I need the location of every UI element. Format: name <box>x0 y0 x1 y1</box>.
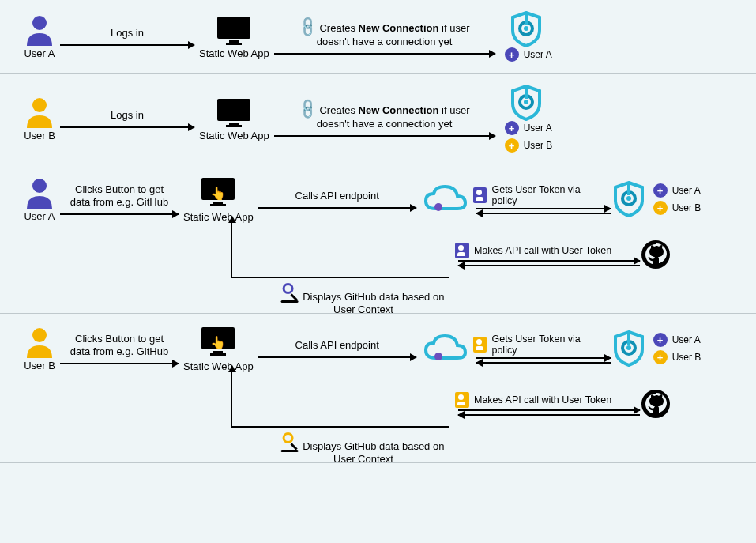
swa-label: Static Web App <box>199 47 269 59</box>
swa-node: 👆 Static Web App <box>183 175 254 223</box>
plus-icon: + <box>653 350 668 364</box>
monitor-icon <box>215 96 253 128</box>
panel-api-user-a: User A Clicks Button to get data from e.… <box>0 164 756 314</box>
user-a-label: User A <box>24 210 55 222</box>
shield-icon <box>612 330 645 367</box>
person-icon <box>24 177 55 209</box>
new-connection-label: 🔗 Creates New Connection if user doesn't… <box>299 100 470 131</box>
token-card-icon <box>455 243 469 258</box>
swa-node: Static Web App <box>199 96 269 141</box>
arrow-icon <box>274 53 495 55</box>
cloud-icon <box>421 182 468 217</box>
connection-user-a: +User A <box>653 333 701 347</box>
new-connection-label: 🔗 Creates New Connection if user doesn't… <box>299 18 470 49</box>
github-icon <box>641 390 670 418</box>
shield-icon <box>510 11 543 47</box>
cloud-node <box>421 182 468 217</box>
arrow-icon <box>60 44 194 46</box>
return-arrow <box>231 217 449 278</box>
magnify-icon <box>283 283 300 300</box>
connection-user-b: +User B <box>653 350 701 364</box>
user-a-node: User A <box>24 177 55 222</box>
user-b-label: User B <box>24 360 55 371</box>
person-icon <box>24 326 55 358</box>
arrow-icon <box>258 356 416 358</box>
connection-user-a: +User A <box>653 183 701 198</box>
connection-user-b: +User B <box>653 201 701 215</box>
arrow-icon <box>258 207 416 209</box>
user-b-label: User B <box>24 130 55 141</box>
magnify-icon <box>283 432 300 450</box>
connection-user-b: + User B <box>505 138 553 153</box>
click-action-label: Clicks Button to get data from e.g. GitH… <box>70 333 168 359</box>
panel-login-user-b: User B Logs in Static Web App 🔗 Creates … <box>0 74 756 164</box>
arrow-icon <box>458 260 640 262</box>
monitor-icon <box>215 14 253 46</box>
shield-icon <box>612 181 645 217</box>
tap-icon: 👆 <box>210 334 226 349</box>
shield-node: + User A <box>500 11 552 62</box>
arrow-icon <box>458 414 640 416</box>
connection-user-a: + User A <box>505 121 553 135</box>
shield-icon <box>510 85 543 121</box>
user-a-node: User A <box>24 14 55 59</box>
shield-node: + User A + User B <box>500 85 553 153</box>
cloud-icon <box>421 331 468 366</box>
user-b-node: User B <box>24 96 55 141</box>
panel-api-user-b: User B Clicks Button to get data from e.… <box>0 314 756 463</box>
person-icon <box>24 14 55 46</box>
display-label: Displays GitHub data based on User Conte… <box>283 432 445 466</box>
login-action-label: Logs in <box>111 27 144 40</box>
arrow-icon <box>60 363 179 364</box>
arrow-icon <box>274 135 495 137</box>
user-b-node: User B <box>24 326 55 371</box>
callapi-label: Calls API endpoint <box>295 190 379 202</box>
person-icon <box>24 96 55 128</box>
return-arrow <box>231 366 449 428</box>
token-card-icon <box>455 392 469 408</box>
arrow-icon <box>458 409 640 411</box>
gettoken-label: Gets User Token via policy <box>491 334 607 356</box>
plus-icon: + <box>653 201 668 215</box>
arrow-icon <box>476 362 611 364</box>
plus-icon: + <box>653 333 668 347</box>
arrow-icon <box>458 265 640 266</box>
makecall-label: Makes API call with User Token <box>474 394 611 405</box>
shield-node: +User A +User B <box>612 181 701 217</box>
connection-user-a: + User A <box>505 47 552 62</box>
github-icon <box>641 240 670 269</box>
user-a-label: User A <box>24 47 55 59</box>
arrow-icon <box>60 213 179 215</box>
plus-icon: + <box>653 183 668 198</box>
token-card-icon <box>473 187 487 203</box>
plus-icon: + <box>505 47 519 62</box>
cloud-node <box>421 331 468 366</box>
tap-icon: 👆 <box>210 185 226 200</box>
swa-node: 👆 Static Web App <box>183 325 254 372</box>
gettoken-label: Gets User Token via policy <box>491 184 607 206</box>
panel-login-user-a: User A Logs in Static Web App 🔗 Creates … <box>0 0 756 74</box>
login-action-label: Logs in <box>111 109 144 122</box>
shield-node: +User A +User B <box>612 330 701 367</box>
arrow-icon <box>476 208 611 209</box>
makecall-label: Makes API call with User Token <box>474 245 611 256</box>
plus-icon: + <box>505 138 519 153</box>
token-card-icon <box>473 337 487 353</box>
display-label: Displays GitHub data based on User Conte… <box>283 283 445 317</box>
arrow-icon <box>60 126 194 128</box>
click-action-label: Clicks Button to get data from e.g. GitH… <box>70 183 168 209</box>
arrow-icon <box>476 357 611 359</box>
arrow-icon <box>476 213 611 214</box>
swa-label: Static Web App <box>199 130 269 141</box>
callapi-label: Calls API endpoint <box>295 339 379 352</box>
swa-node: Static Web App <box>199 14 269 59</box>
plus-icon: + <box>505 121 519 135</box>
